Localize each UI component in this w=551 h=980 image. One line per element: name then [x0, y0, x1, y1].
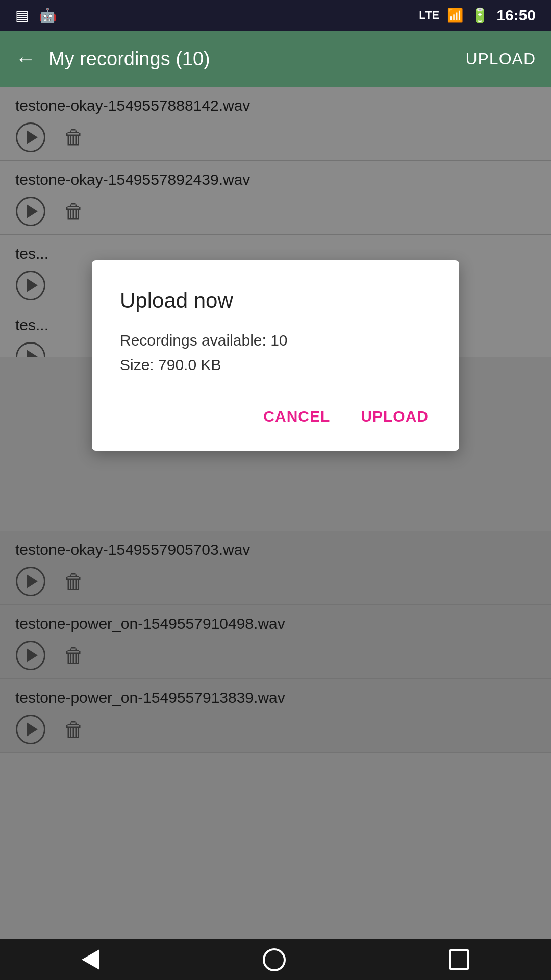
nav-recents-button[interactable] — [449, 949, 469, 970]
status-bar-left: ▤ 🤖 — [15, 7, 57, 24]
page-title: My recordings (10) — [48, 48, 465, 70]
size-text: Size: 790.0 KB — [120, 356, 221, 373]
app-bar: ← My recordings (10) UPLOAD — [0, 31, 551, 87]
dialog-title: Upload now — [120, 288, 431, 313]
upload-confirm-button[interactable]: UPLOAD — [358, 403, 431, 430]
android-icon: 🤖 — [39, 7, 57, 24]
nav-home-button[interactable] — [263, 948, 286, 971]
sim-icon: ▤ — [15, 7, 29, 24]
battery-icon: 🔋 — [471, 7, 489, 24]
recents-nav-icon — [449, 949, 469, 970]
dialog-body: Recordings available: 10 Size: 790.0 KB — [120, 328, 431, 377]
back-nav-icon — [82, 949, 99, 970]
main-content: testone-okay-1549557888142.wav 🗑 testone… — [0, 87, 551, 939]
home-nav-icon — [263, 948, 286, 971]
status-bar: ▤ 🤖 LTE 📶 🔋 16:50 — [0, 0, 551, 31]
cancel-button[interactable]: CANCEL — [261, 403, 333, 430]
nav-back-button[interactable] — [82, 949, 99, 970]
lte-icon: LTE — [419, 9, 439, 22]
back-button[interactable]: ← — [15, 47, 36, 70]
time-display: 16:50 — [496, 7, 536, 24]
signal-icon: 📶 — [447, 8, 463, 23]
dialog-actions: CANCEL UPLOAD — [120, 403, 431, 430]
upload-dialog: Upload now Recordings available: 10 Size… — [92, 260, 459, 451]
bottom-navigation — [0, 939, 551, 980]
dialog-overlay — [0, 87, 551, 939]
recordings-available-text: Recordings available: 10 — [120, 332, 288, 349]
upload-header-button[interactable]: UPLOAD — [465, 50, 536, 68]
status-bar-right: LTE 📶 🔋 16:50 — [419, 7, 536, 24]
